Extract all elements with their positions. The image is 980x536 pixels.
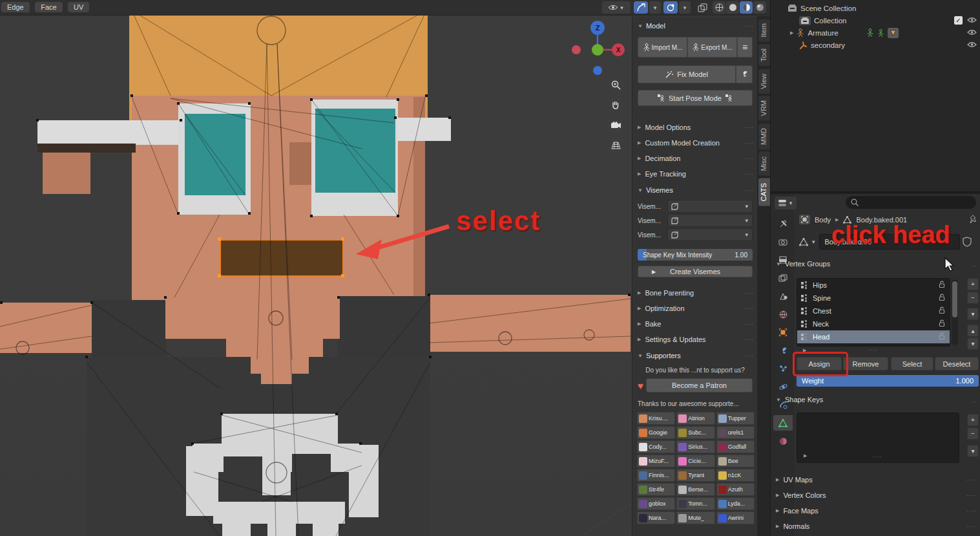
supporter-button-finnis[interactable]: Finnis... [637, 469, 675, 482]
cats-section-optimization[interactable]: ▶Optimization···· [632, 301, 758, 316]
sidebar-tab-mmd[interactable]: MMD [758, 123, 770, 149]
object-tab[interactable] [773, 325, 793, 340]
resize-grip-icon[interactable]: ···· [871, 453, 882, 460]
properties-section-vertex-colors[interactable]: ▶Vertex Colors···· [771, 488, 980, 503]
weight-slider[interactable]: Weight 1.000 [797, 375, 979, 387]
supporter-button-tyrant[interactable]: Tyrant [676, 469, 714, 482]
supporter-button-nara[interactable]: Nara... [637, 511, 675, 524]
outliner-row-scene-collection[interactable]: Scene Collection [771, 2, 980, 14]
supporter-button-berse[interactable]: Berse... [676, 483, 714, 496]
proportional-edit-toggle[interactable] [634, 1, 648, 14]
fake-user-shield-icon[interactable] [963, 237, 972, 247]
view-layer-tab[interactable] [773, 270, 793, 286]
unlock-icon[interactable] [939, 319, 946, 327]
shading-material-button[interactable] [740, 1, 753, 14]
supporter-button-goblox[interactable]: goblox [637, 497, 675, 510]
supporters-panel-header[interactable]: ▼ Supporters ···· [632, 348, 758, 363]
mesh-dropdown-chevron[interactable]: ▾ [811, 239, 817, 245]
vertex-groups-scrollbar[interactable] [952, 279, 958, 345]
tool-tab[interactable] [773, 216, 793, 231]
pin-icon[interactable] [968, 215, 977, 224]
vertex-group-row-spine[interactable]: Spine [797, 292, 950, 305]
shading-solid-button[interactable] [726, 1, 739, 14]
unlock-icon[interactable] [939, 294, 946, 301]
shape-key-mix-intensity-slider[interactable]: Shape Key Mix Intensity 1.00 [638, 249, 753, 261]
supporter-button-cody[interactable]: Cody... [637, 440, 675, 453]
cats-section-bone-parenting[interactable]: ▶Bone Parenting···· [632, 285, 758, 301]
vertex-group-remove-button[interactable]: − [967, 292, 979, 304]
unlock-icon[interactable] [939, 281, 946, 288]
object-data-tab[interactable] [773, 415, 793, 431]
zoom-tool-button[interactable] [607, 76, 624, 93]
resize-grip-icon[interactable]: ···· [868, 347, 878, 353]
selected-mouth-face[interactable] [220, 239, 344, 277]
scene-tab[interactable] [773, 288, 793, 304]
secondary-eye-icon[interactable] [967, 41, 977, 49]
supporter-button-n1ck[interactable]: n1cK [716, 469, 755, 482]
export-model-button[interactable]: Export M... [687, 37, 737, 58]
start-pose-mode-button[interactable]: Start Pose Mode [638, 90, 753, 106]
collection-eye-icon[interactable] [967, 17, 977, 25]
perspective-toggle-button[interactable] [607, 137, 624, 154]
shape-keys-list[interactable]: ▶ ···· [797, 413, 959, 463]
supporter-button-awrini[interactable]: Awrini [716, 511, 755, 524]
supporter-button-mizuf[interactable]: MizuF... [637, 455, 675, 467]
supporter-button-str4fe[interactable]: Str4fe [637, 483, 675, 496]
vertex-group-move-up-button[interactable]: ▴ [967, 325, 979, 337]
select-button[interactable]: Select [891, 357, 933, 370]
supporter-button-azuth[interactable]: Azuth [716, 483, 755, 496]
shading-wireframe-button[interactable] [713, 1, 725, 14]
cats-section-settings-updates[interactable]: ▶Settings & Updates···· [632, 332, 758, 347]
render-tab[interactable] [773, 234, 793, 250]
fix-model-button[interactable]: Fix Model [638, 65, 736, 83]
pan-tool-button[interactable] [607, 96, 624, 113]
particles-tab[interactable] [773, 361, 793, 376]
viseme-shape-key-dropdown[interactable]: ▾ [667, 214, 753, 227]
cats-section-eye-tracking[interactable]: ▶Eye Tracking···· [632, 166, 758, 182]
cats-section-model-options[interactable]: ▶Model Options···· [632, 120, 758, 135]
sidebar-tab-vrm[interactable]: VRM [758, 96, 770, 120]
vertex-group-row-head[interactable]: Head [797, 330, 950, 343]
supporter-button-tupper[interactable]: Tupper [716, 412, 755, 425]
unlock-icon[interactable] [939, 306, 946, 314]
supporter-button-tomn[interactable]: Tomn... [676, 497, 714, 510]
vertex-group-row-neck[interactable]: Neck [797, 317, 950, 330]
supporter-button-bee[interactable]: Bee [716, 455, 755, 467]
menu-face[interactable]: Face [35, 2, 62, 12]
import-model-button[interactable]: Import M... [638, 37, 687, 58]
physics-tab[interactable] [773, 379, 793, 394]
snap-dropdown[interactable]: ▾ [679, 1, 691, 14]
scrollbar-thumb[interactable] [952, 281, 957, 317]
outliner-row-armature[interactable]: ▶ Armature [771, 27, 980, 39]
vertex-group-move-down-button[interactable]: ▾ [967, 338, 979, 350]
create-visemes-button[interactable]: ▶ Create Visemes [638, 266, 753, 277]
shape-key-specials-button[interactable]: ▾ [967, 445, 979, 457]
sidebar-tab-view[interactable]: View [758, 69, 770, 94]
snap-toggle[interactable] [663, 1, 678, 14]
supporter-button-orels1[interactable]: orels1 [716, 426, 755, 439]
fix-model-settings-button[interactable] [736, 65, 753, 83]
viseme-shape-key-dropdown[interactable]: ▾ [667, 228, 753, 241]
supporter-button-mute[interactable]: Mute_ [676, 511, 714, 524]
supporter-button-sirius[interactable]: Sirius... [676, 440, 714, 453]
vertex-groups-header[interactable]: ▼ Vertex Groups [776, 260, 830, 268]
cats-section-custom-model-creation[interactable]: ▶Custom Model Creation···· [632, 135, 758, 151]
import-menu-button[interactable]: ≡ [737, 37, 753, 58]
outliner-row-collection[interactable]: Collection ✓ [771, 14, 980, 27]
shape-key-add-button[interactable]: + [967, 414, 979, 426]
properties-search[interactable] [846, 196, 976, 209]
menu-edge[interactable]: Edge [1, 2, 30, 12]
overlays-toggle[interactable] [694, 1, 710, 14]
expand-triangle-icon[interactable]: ▶ [804, 453, 807, 458]
deselect-button[interactable]: Deselect [935, 357, 979, 370]
camera-view-button[interactable] [607, 116, 624, 133]
supporter-button-krisu[interactable]: Krisu.... [637, 412, 675, 425]
remove-button[interactable]: Remove [843, 357, 888, 370]
visemes-panel-header[interactable]: ▼ Visemes ···· [632, 183, 758, 197]
properties-section-face-maps[interactable]: ▶Face Maps···· [771, 503, 980, 519]
material-tab[interactable] [773, 433, 793, 449]
viseme-shape-key-dropdown[interactable]: ▾ [667, 200, 753, 213]
supporter-button-godfall[interactable]: Godfall [716, 440, 755, 453]
outliner-row-secondary[interactable]: secondary [771, 39, 980, 51]
vertex-group-row-chest[interactable]: Chest [797, 305, 950, 317]
